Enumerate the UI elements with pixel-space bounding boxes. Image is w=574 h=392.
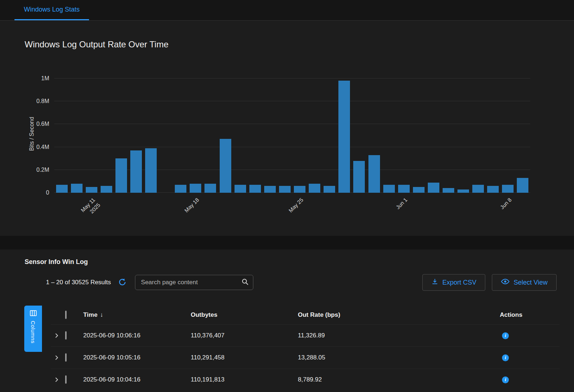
chart-bar — [443, 188, 454, 193]
results-table: Time ↓ Outbytes Out Rate (bps) Actions 2… — [51, 306, 560, 391]
row-checkbox[interactable] — [65, 331, 67, 340]
chart-bar — [502, 185, 514, 193]
chart-bar — [279, 186, 291, 193]
row-checkbox[interactable] — [65, 353, 67, 362]
chart-bar — [235, 185, 246, 193]
header-out-rate[interactable]: Out Rate (bps) — [298, 311, 500, 319]
row-expand-chevron[interactable] — [52, 331, 61, 340]
refresh-icon — [118, 278, 126, 287]
chart-bar — [86, 187, 97, 193]
row-checkbox[interactable] — [65, 375, 67, 384]
plot-area: 00.2M0.4M0.6M0.8M1MMay 112025May 18May 2… — [54, 78, 530, 193]
refresh-button[interactable] — [118, 278, 127, 287]
cell-time: 2025-06-09 10:04:16 — [83, 376, 191, 383]
y-axis-tick-label: 0.8M — [36, 98, 49, 105]
cell-time: 2025-06-09 10:06:16 — [83, 332, 191, 339]
section-title: Sensor Info Win Log — [25, 258, 88, 265]
chart-bar — [71, 184, 83, 193]
chart-bar — [56, 185, 68, 193]
chart-bar — [309, 184, 320, 193]
chart-panel: Windows Log Output Rate Over Time Bits /… — [0, 21, 574, 236]
chart-bar — [368, 155, 380, 193]
cell-time: 2025-06-09 10:05:16 — [83, 354, 191, 361]
header-outbytes[interactable]: Outbytes — [191, 311, 298, 319]
chart-bar — [130, 150, 142, 193]
table-toolbar: 1 – 20 of 30525 Results Export CSV Selec… — [46, 274, 557, 291]
chart-bar — [249, 185, 261, 193]
chart-title: Windows Log Output Rate Over Time — [25, 39, 169, 50]
x-axis-tick-label: May 18 — [183, 196, 201, 214]
section-divider — [0, 236, 574, 250]
chart-bar — [517, 178, 528, 193]
search-input[interactable] — [140, 278, 241, 286]
export-csv-button[interactable]: Export CSV — [422, 274, 485, 291]
chart-bar — [398, 185, 410, 193]
x-axis-tick-label: Jun 8 — [498, 196, 513, 211]
cell-outbytes: 110,291,458 — [191, 354, 298, 361]
search-box — [135, 275, 253, 290]
chart-bar — [324, 186, 335, 193]
table-row: 2025-06-09 10:06:16 110,376,407 11,326.8… — [51, 324, 560, 346]
chart-bar — [472, 185, 484, 193]
x-axis-tick-label: May 25 — [287, 196, 305, 214]
header-actions: Actions — [500, 311, 560, 319]
chart-bar — [353, 161, 365, 193]
table-row: 2025-06-09 10:05:16 110,291,458 13,288.0… — [51, 346, 560, 368]
eye-icon — [501, 278, 510, 286]
y-axis-label: Bits / Second — [29, 117, 35, 151]
cell-outbytes: 110,191,813 — [191, 376, 298, 383]
y-axis-tick-label: 0.4M — [36, 144, 49, 150]
info-icon[interactable]: i — [502, 332, 509, 339]
chart-bar — [413, 187, 425, 193]
export-csv-label: Export CSV — [442, 279, 476, 286]
columns-button-label: Columns — [30, 321, 36, 344]
chart-bar — [220, 139, 231, 193]
cell-out-rate: 11,326.89 — [298, 332, 500, 339]
tab-windows-log-stats[interactable]: Windows Log Stats — [14, 0, 89, 20]
gridline — [54, 78, 530, 78]
columns-grid-icon — [30, 310, 37, 318]
chart-bar — [264, 186, 276, 193]
y-axis-tick-label: 0.6M — [36, 121, 49, 127]
table-row: 2025-06-09 10:04:16 110,191,813 8,789.92… — [51, 368, 560, 391]
tab-bar: Windows Log Stats — [0, 0, 574, 21]
header-time-label: Time — [83, 311, 97, 319]
chart-bar — [101, 186, 112, 193]
chart-bar — [175, 185, 186, 193]
chart-bar — [145, 148, 157, 193]
select-view-button[interactable]: Select View — [492, 274, 557, 291]
chart-bar — [204, 184, 216, 193]
chart-bar — [428, 183, 439, 193]
gridline — [54, 101, 530, 101]
gridline — [54, 147, 530, 147]
select-view-label: Select View — [514, 279, 548, 286]
x-axis-tick-label: Jun 1 — [394, 196, 409, 211]
download-icon — [431, 278, 438, 287]
sort-desc-icon: ↓ — [100, 311, 103, 319]
chart-bar — [294, 186, 305, 193]
chart-bar — [115, 158, 127, 193]
chart-bar — [190, 184, 201, 193]
chart-bar — [457, 189, 469, 193]
cell-out-rate: 8,789.92 — [298, 376, 500, 383]
table-panel: Sensor Info Win Log 1 – 20 of 30525 Resu… — [0, 250, 574, 392]
y-axis-tick-label: 1M — [41, 75, 49, 82]
chart-bar — [383, 185, 395, 193]
x-axis-tick-label: May 112025 — [79, 196, 102, 219]
select-all-checkbox[interactable] — [65, 311, 67, 319]
chart-bar — [487, 186, 499, 193]
header-time[interactable]: Time ↓ — [83, 311, 191, 319]
info-icon[interactable]: i — [502, 376, 509, 383]
search-icon[interactable] — [241, 278, 249, 287]
row-expand-chevron[interactable] — [52, 353, 61, 362]
cell-out-rate: 13,288.05 — [298, 354, 500, 361]
row-expand-chevron[interactable] — [52, 375, 61, 384]
y-axis-tick-label: 0.2M — [36, 167, 49, 173]
table-header-row: Time ↓ Outbytes Out Rate (bps) Actions — [51, 306, 560, 324]
columns-button[interactable]: Columns — [24, 306, 42, 352]
info-icon[interactable]: i — [502, 354, 509, 361]
results-count: 1 – 20 of 30525 Results — [46, 279, 111, 286]
chart-bar — [338, 81, 350, 193]
y-axis-tick-label: 0 — [46, 189, 49, 196]
cell-outbytes: 110,376,407 — [191, 332, 298, 339]
